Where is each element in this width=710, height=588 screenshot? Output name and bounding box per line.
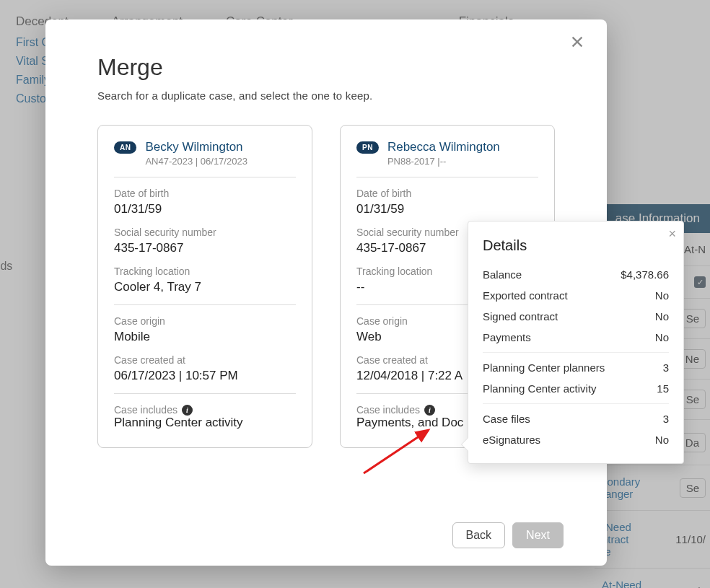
case-type-pill: PN xyxy=(356,141,379,154)
detail-row: Exported contractNo xyxy=(483,285,669,306)
created-label: Case created at xyxy=(114,354,296,366)
info-icon[interactable]: i xyxy=(424,405,435,416)
detail-row: Signed contractNo xyxy=(483,306,669,327)
created-value: 06/17/2023 | 10:57 PM xyxy=(114,369,296,383)
detail-row: Planning Center planners3 xyxy=(483,357,669,378)
info-icon[interactable]: i xyxy=(182,405,193,416)
modal-subtitle: Search for a duplicate case, and select … xyxy=(97,89,564,102)
case-card-becky[interactable]: AN Becky Wilmington AN47-2023 | 06/17/20… xyxy=(97,125,312,448)
origin-value: Mobile xyxy=(114,330,296,344)
detail-row: eSignaturesNo xyxy=(483,429,669,450)
dob-value: 01/31/59 xyxy=(114,202,296,216)
next-button: Next xyxy=(512,522,564,548)
includes-label: Case includes xyxy=(114,404,178,416)
detail-row: Balance$4,378.66 xyxy=(483,264,669,285)
dob-label: Date of birth xyxy=(114,188,296,199)
includes-label: Case includes xyxy=(356,404,420,416)
back-button[interactable]: Back xyxy=(452,522,506,548)
ssn-label: Social security number xyxy=(114,227,296,238)
dob-label: Date of birth xyxy=(356,188,538,199)
popover-close-icon[interactable]: × xyxy=(668,227,676,240)
origin-label: Case origin xyxy=(114,315,296,327)
case-type-pill: AN xyxy=(114,141,136,154)
case-name: Rebecca Wilmington xyxy=(387,140,500,154)
case-name: Becky Wilmington xyxy=(145,140,247,154)
dob-value: 01/31/59 xyxy=(356,202,538,216)
popover-title: Details xyxy=(483,237,669,254)
modal-footer: Back Next xyxy=(452,522,564,548)
detail-row: Planning Center activity15 xyxy=(483,378,669,399)
case-sub: PN88-2017 |-- xyxy=(387,156,500,167)
tracking-label: Tracking location xyxy=(114,266,296,277)
detail-row: Case files3 xyxy=(483,408,669,429)
detail-row: PaymentsNo xyxy=(483,327,669,348)
ssn-value: 435-17-0867 xyxy=(114,241,296,255)
details-popover: × Details Balance$4,378.66 Exported cont… xyxy=(468,221,684,464)
tracking-value: Cooler 4, Tray 7 xyxy=(114,280,296,294)
case-sub: AN47-2023 | 06/17/2023 xyxy=(145,156,247,167)
includes-value: Planning Center activity xyxy=(114,416,296,430)
close-icon[interactable] xyxy=(569,34,590,54)
modal-title: Merge xyxy=(97,54,564,81)
